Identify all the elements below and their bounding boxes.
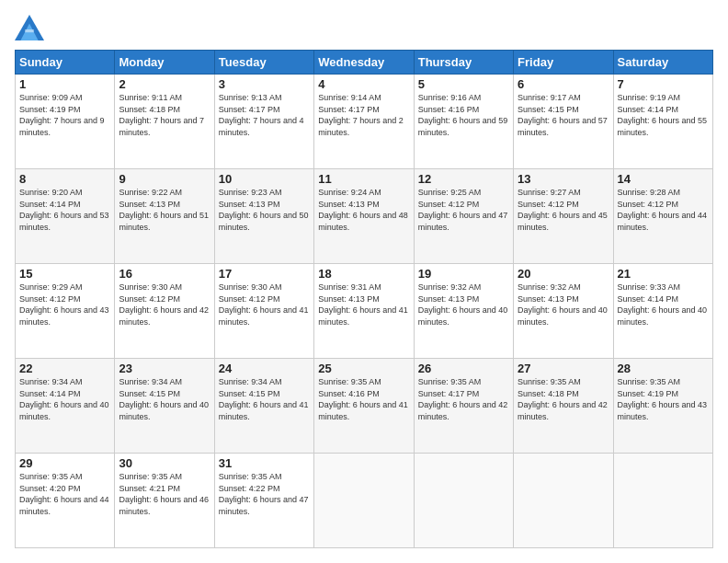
day-detail: Sunrise: 9:25 AMSunset: 4:12 PMDaylight:…	[418, 187, 509, 233]
day-cell: 13Sunrise: 9:27 AMSunset: 4:12 PMDayligh…	[514, 169, 613, 264]
day-detail: Sunrise: 9:17 AMSunset: 4:15 PMDaylight:…	[518, 92, 609, 138]
day-detail: Sunrise: 9:34 AMSunset: 4:14 PMDaylight:…	[19, 376, 110, 422]
page: SundayMondayTuesdayWednesdayThursdayFrid…	[0, 0, 728, 563]
day-cell: 7Sunrise: 9:19 AMSunset: 4:14 PMDaylight…	[613, 75, 712, 169]
day-number: 15	[19, 267, 110, 281]
day-number: 1	[19, 77, 110, 91]
day-detail: Sunrise: 9:34 AMSunset: 4:15 PMDaylight:…	[119, 376, 210, 422]
day-detail: Sunrise: 9:19 AMSunset: 4:14 PMDaylight:…	[618, 92, 709, 138]
day-cell	[514, 454, 613, 548]
weekday-header-row: SundayMondayTuesdayWednesdayThursdayFrid…	[16, 51, 713, 75]
day-number: 14	[618, 172, 709, 186]
day-detail: Sunrise: 9:30 AMSunset: 4:12 PMDaylight:…	[219, 282, 310, 327]
day-detail: Sunrise: 9:14 AMSunset: 4:17 PMDaylight:…	[318, 92, 409, 138]
day-number: 10	[219, 172, 310, 186]
day-number: 20	[518, 267, 609, 281]
day-detail: Sunrise: 9:22 AMSunset: 4:13 PMDaylight:…	[119, 187, 210, 233]
weekday-tuesday: Tuesday	[214, 51, 313, 75]
day-number: 27	[518, 362, 609, 375]
day-cell: 15Sunrise: 9:29 AMSunset: 4:12 PMDayligh…	[16, 264, 115, 359]
day-number: 5	[418, 77, 509, 91]
day-detail: Sunrise: 9:24 AMSunset: 4:13 PMDaylight:…	[318, 187, 409, 233]
day-detail: Sunrise: 9:33 AMSunset: 4:14 PMDaylight:…	[618, 282, 709, 327]
logo-icon	[15, 15, 44, 40]
day-cell: 1Sunrise: 9:09 AMSunset: 4:19 PMDaylight…	[16, 75, 115, 169]
day-detail: Sunrise: 9:20 AMSunset: 4:14 PMDaylight:…	[19, 187, 110, 233]
day-detail: Sunrise: 9:35 AMSunset: 4:16 PMDaylight:…	[318, 376, 409, 422]
day-detail: Sunrise: 9:27 AMSunset: 4:12 PMDaylight:…	[518, 187, 609, 233]
day-number: 21	[618, 267, 709, 281]
day-detail: Sunrise: 9:31 AMSunset: 4:13 PMDaylight:…	[318, 282, 409, 327]
day-detail: Sunrise: 9:34 AMSunset: 4:15 PMDaylight:…	[219, 376, 310, 422]
day-number: 7	[618, 77, 709, 91]
day-cell: 5Sunrise: 9:16 AMSunset: 4:16 PMDaylight…	[414, 75, 513, 169]
day-detail: Sunrise: 9:11 AMSunset: 4:18 PMDaylight:…	[119, 92, 210, 138]
logo	[15, 15, 48, 40]
day-cell	[414, 454, 513, 548]
weekday-thursday: Thursday	[414, 51, 513, 75]
weekday-monday: Monday	[115, 51, 214, 75]
day-cell: 19Sunrise: 9:32 AMSunset: 4:13 PMDayligh…	[414, 264, 513, 359]
day-detail: Sunrise: 9:29 AMSunset: 4:12 PMDaylight:…	[19, 282, 110, 327]
day-cell: 18Sunrise: 9:31 AMSunset: 4:13 PMDayligh…	[314, 264, 414, 359]
day-number: 11	[318, 172, 409, 186]
day-cell: 16Sunrise: 9:30 AMSunset: 4:12 PMDayligh…	[115, 264, 214, 359]
day-cell: 22Sunrise: 9:34 AMSunset: 4:14 PMDayligh…	[16, 359, 115, 454]
day-number: 17	[219, 267, 310, 281]
day-cell: 25Sunrise: 9:35 AMSunset: 4:16 PMDayligh…	[314, 359, 414, 454]
day-number: 12	[418, 172, 509, 186]
day-detail: Sunrise: 9:23 AMSunset: 4:13 PMDaylight:…	[219, 187, 310, 233]
day-detail: Sunrise: 9:35 AMSunset: 4:20 PMDaylight:…	[19, 471, 110, 517]
day-number: 24	[219, 362, 310, 375]
day-number: 9	[119, 172, 210, 186]
day-cell: 6Sunrise: 9:17 AMSunset: 4:15 PMDaylight…	[514, 75, 613, 169]
week-row-2: 8Sunrise: 9:20 AMSunset: 4:14 PMDaylight…	[16, 169, 713, 264]
day-detail: Sunrise: 9:35 AMSunset: 4:17 PMDaylight:…	[418, 376, 509, 422]
header	[15, 15, 713, 40]
day-number: 30	[119, 456, 210, 470]
day-cell: 29Sunrise: 9:35 AMSunset: 4:20 PMDayligh…	[16, 454, 115, 548]
day-cell: 20Sunrise: 9:32 AMSunset: 4:13 PMDayligh…	[514, 264, 613, 359]
week-row-5: 29Sunrise: 9:35 AMSunset: 4:20 PMDayligh…	[16, 454, 713, 548]
day-number: 29	[19, 456, 110, 470]
day-cell: 12Sunrise: 9:25 AMSunset: 4:12 PMDayligh…	[414, 169, 513, 264]
day-detail: Sunrise: 9:35 AMSunset: 4:19 PMDaylight:…	[618, 376, 709, 422]
day-cell: 30Sunrise: 9:35 AMSunset: 4:21 PMDayligh…	[115, 454, 214, 548]
day-number: 13	[518, 172, 609, 186]
day-cell: 24Sunrise: 9:34 AMSunset: 4:15 PMDayligh…	[214, 359, 313, 454]
day-detail: Sunrise: 9:35 AMSunset: 4:21 PMDaylight:…	[119, 471, 210, 517]
day-cell: 10Sunrise: 9:23 AMSunset: 4:13 PMDayligh…	[214, 169, 313, 264]
day-cell	[613, 454, 712, 548]
day-number: 2	[119, 77, 210, 91]
week-row-4: 22Sunrise: 9:34 AMSunset: 4:14 PMDayligh…	[16, 359, 713, 454]
day-number: 28	[618, 362, 709, 375]
day-cell: 4Sunrise: 9:14 AMSunset: 4:17 PMDaylight…	[314, 75, 414, 169]
week-row-3: 15Sunrise: 9:29 AMSunset: 4:12 PMDayligh…	[16, 264, 713, 359]
day-cell: 9Sunrise: 9:22 AMSunset: 4:13 PMDaylight…	[115, 169, 214, 264]
day-number: 23	[119, 362, 210, 375]
day-cell: 26Sunrise: 9:35 AMSunset: 4:17 PMDayligh…	[414, 359, 513, 454]
day-cell: 23Sunrise: 9:34 AMSunset: 4:15 PMDayligh…	[115, 359, 214, 454]
day-number: 22	[19, 362, 110, 375]
day-detail: Sunrise: 9:32 AMSunset: 4:13 PMDaylight:…	[418, 282, 509, 327]
day-cell: 28Sunrise: 9:35 AMSunset: 4:19 PMDayligh…	[613, 359, 712, 454]
day-detail: Sunrise: 9:16 AMSunset: 4:16 PMDaylight:…	[418, 92, 509, 138]
day-number: 18	[318, 267, 409, 281]
day-cell: 27Sunrise: 9:35 AMSunset: 4:18 PMDayligh…	[514, 359, 613, 454]
day-detail: Sunrise: 9:30 AMSunset: 4:12 PMDaylight:…	[119, 282, 210, 327]
week-row-1: 1Sunrise: 9:09 AMSunset: 4:19 PMDaylight…	[16, 75, 713, 169]
day-number: 26	[418, 362, 509, 375]
day-detail: Sunrise: 9:35 AMSunset: 4:22 PMDaylight:…	[219, 471, 310, 517]
weekday-sunday: Sunday	[16, 51, 115, 75]
day-detail: Sunrise: 9:32 AMSunset: 4:13 PMDaylight:…	[518, 282, 609, 327]
day-number: 31	[219, 456, 310, 470]
day-cell: 21Sunrise: 9:33 AMSunset: 4:14 PMDayligh…	[613, 264, 712, 359]
day-detail: Sunrise: 9:28 AMSunset: 4:12 PMDaylight:…	[618, 187, 709, 233]
weekday-wednesday: Wednesday	[314, 51, 414, 75]
calendar-table: SundayMondayTuesdayWednesdayThursdayFrid…	[15, 50, 713, 548]
day-cell: 11Sunrise: 9:24 AMSunset: 4:13 PMDayligh…	[314, 169, 414, 264]
day-detail: Sunrise: 9:13 AMSunset: 4:17 PMDaylight:…	[219, 92, 310, 138]
day-cell: 17Sunrise: 9:30 AMSunset: 4:12 PMDayligh…	[214, 264, 313, 359]
day-detail: Sunrise: 9:09 AMSunset: 4:19 PMDaylight:…	[19, 92, 110, 138]
day-cell: 8Sunrise: 9:20 AMSunset: 4:14 PMDaylight…	[16, 169, 115, 264]
